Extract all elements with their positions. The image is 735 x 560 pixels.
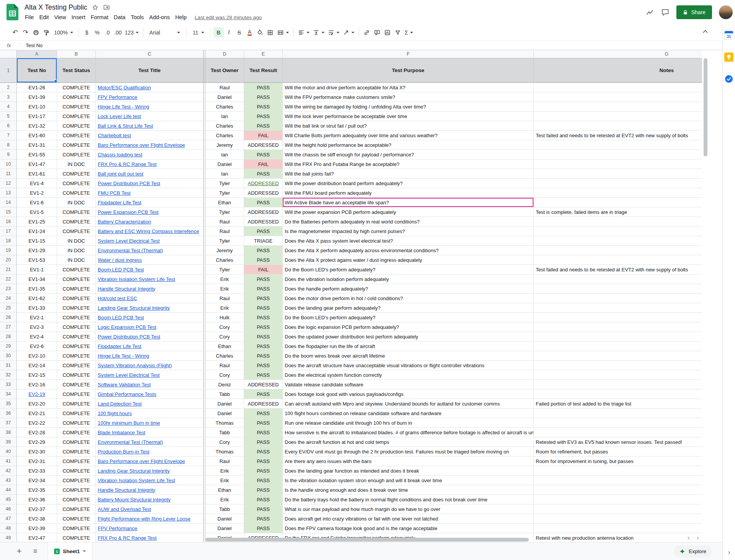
cell-B48[interactable]: COMPLETE xyxy=(57,524,96,533)
cell-F22[interactable]: Does the vibration isolation perform ade… xyxy=(283,274,534,284)
percent-button[interactable]: % xyxy=(92,27,102,38)
expand-side-panel-icon[interactable]: › xyxy=(723,549,735,556)
cell-C24[interactable]: Hot/cold test ESC xyxy=(96,294,203,303)
cell-E7[interactable]: FAIL xyxy=(244,131,283,140)
cell-B9[interactable]: COMPLETE xyxy=(57,150,96,159)
cell-F15[interactable]: Will the power expansion PCB perform ade… xyxy=(283,207,534,217)
cell-C45[interactable]: Battery Mount Structural Integrity xyxy=(96,495,203,504)
cell-D40[interactable]: Thomas xyxy=(205,447,244,457)
row-header-42[interactable]: 42 xyxy=(0,466,17,476)
cell-C6[interactable]: Ball Link & Strut Life Test xyxy=(96,121,203,131)
horizontal-align-button[interactable] xyxy=(296,27,311,38)
font-size-select[interactable]: 11 xyxy=(189,27,208,38)
cell-A15[interactable]: EV1-5 xyxy=(17,207,57,217)
row-header-40[interactable]: 40 xyxy=(0,447,17,457)
strikethrough-button[interactable]: S xyxy=(234,27,244,38)
cell-G30[interactable] xyxy=(534,351,702,361)
cell-C41[interactable]: Baro Performance over Flight Envelope xyxy=(96,457,203,466)
cell-E3[interactable]: PASS xyxy=(244,92,283,102)
cell-B1[interactable]: Test Status xyxy=(57,58,96,83)
cell-G11[interactable] xyxy=(534,169,702,179)
cell-G31[interactable] xyxy=(534,361,702,370)
cell-D10[interactable]: Daniel xyxy=(205,159,244,169)
row-header-44[interactable]: 44 xyxy=(0,485,17,495)
document-title[interactable]: Alta X Testing Public xyxy=(25,3,87,11)
cell-A12[interactable]: EV1-4 xyxy=(17,179,57,188)
borders-button[interactable] xyxy=(265,27,276,38)
row-header-37[interactable]: 37 xyxy=(0,418,17,428)
cell-A8[interactable]: EV1-31 xyxy=(17,140,57,150)
cell-A13[interactable]: EV1-2 xyxy=(17,188,57,198)
cell-C38[interactable]: Blade Imbalance Test xyxy=(96,428,203,437)
column-header-G[interactable]: G xyxy=(534,50,702,58)
print-button[interactable] xyxy=(31,27,41,38)
cell-D1[interactable]: Test Owner xyxy=(205,58,244,83)
cell-F12[interactable]: Will the power distribution board perfor… xyxy=(283,179,534,188)
cell-E9[interactable]: PASS xyxy=(244,150,283,159)
cell-D2[interactable]: Raul xyxy=(205,83,244,92)
cell-D20[interactable]: Charles xyxy=(205,255,244,265)
paint-format-button[interactable] xyxy=(41,27,51,38)
cell-C42[interactable]: Landing Gear Structural Integrity xyxy=(96,466,203,476)
cell-G48[interactable] xyxy=(534,524,702,533)
cell-B14[interactable]: IN DOC xyxy=(57,198,96,207)
row-header-5[interactable]: 5 xyxy=(0,112,17,121)
move-folder-icon[interactable] xyxy=(103,4,110,11)
cell-A9[interactable]: EV1-55 xyxy=(17,150,57,159)
cell-G37[interactable] xyxy=(534,418,702,428)
cell-D21[interactable]: Tyler xyxy=(205,265,244,274)
cell-C12[interactable]: Power Distribution PCB Test xyxy=(96,179,203,188)
cell-E42[interactable]: PASS xyxy=(244,466,283,476)
cell-F23[interactable]: Does the handle perform adequately? xyxy=(283,284,534,294)
cell-A39[interactable]: EV2-29 xyxy=(17,437,57,447)
cell-C4[interactable]: Hinge Life Test - Wiring xyxy=(96,102,203,112)
cell-E20[interactable]: PASS xyxy=(244,255,283,265)
cell-D5[interactable]: Ian xyxy=(205,112,244,121)
cell-E22[interactable]: PASS xyxy=(244,274,283,284)
cell-D41[interactable]: Raul xyxy=(205,457,244,466)
cell-G7[interactable]: Test failed and needs to be retested at … xyxy=(534,131,702,140)
decrease-decimal-button[interactable]: .0 xyxy=(102,27,113,38)
cell-C28[interactable]: Power Distribution PCB Test xyxy=(96,332,203,342)
row-header-3[interactable]: 3 xyxy=(0,92,17,102)
cell-B44[interactable]: COMPLETE xyxy=(57,485,96,495)
cell-D47[interactable]: Daniel xyxy=(205,514,244,524)
cell-D8[interactable]: Jeremy xyxy=(205,140,244,150)
cell-D45[interactable]: Erik xyxy=(205,495,244,504)
cell-G27[interactable] xyxy=(534,322,702,332)
cell-F36[interactable]: 100 flight hours combined on release can… xyxy=(283,409,534,418)
cell-B21[interactable]: COMPLETE xyxy=(57,265,96,274)
cell-A47[interactable]: EV2-38 xyxy=(17,514,57,524)
cell-F45[interactable]: Do the battery trays hold the battery in… xyxy=(283,495,534,504)
cell-G45[interactable] xyxy=(534,495,702,504)
redo-button[interactable]: ↷ xyxy=(20,27,31,38)
cell-C26[interactable]: Boom LED PCB Test xyxy=(96,313,203,322)
cell-E2[interactable]: PASS xyxy=(244,83,283,92)
cell-A24[interactable]: EV1-62 xyxy=(17,294,57,303)
cell-G36[interactable] xyxy=(534,409,702,418)
cell-A34[interactable]: EV2-19 xyxy=(17,389,57,399)
cell-G15[interactable]: Test is complete, failed items are in tr… xyxy=(534,207,702,217)
italic-button[interactable]: I xyxy=(224,27,234,38)
cell-C11[interactable]: Ball joint pull out test xyxy=(96,169,203,179)
cell-C9[interactable]: Chassis loading test xyxy=(96,150,203,159)
cell-B22[interactable]: COMPLETE xyxy=(57,274,96,284)
cell-G16[interactable] xyxy=(534,217,702,227)
cell-A43[interactable]: EV2-34 xyxy=(17,476,57,485)
cell-D16[interactable]: Raul xyxy=(205,217,244,227)
all-sheets-button[interactable]: ≡ xyxy=(30,546,41,557)
column-header-C[interactable]: C xyxy=(96,50,203,58)
cell-G18[interactable] xyxy=(534,236,702,246)
scroll-left-icon[interactable]: ‹ xyxy=(685,534,692,541)
cell-B4[interactable]: COMPLETE xyxy=(57,102,96,112)
cell-A38[interactable]: EV2-28 xyxy=(17,428,57,437)
insert-chart-button[interactable] xyxy=(382,27,393,38)
cell-E41[interactable]: PASS xyxy=(244,457,283,466)
cell-F7[interactable]: Will Charlie Bolts perform adequately ov… xyxy=(283,131,534,140)
column-header-F[interactable]: F xyxy=(283,50,534,58)
cell-B37[interactable]: COMPLETE xyxy=(57,418,96,428)
cell-A42[interactable]: EV2-33 xyxy=(17,466,57,476)
cell-F39[interactable]: Does the aircraft function at hot and co… xyxy=(283,437,534,447)
cell-E40[interactable]: PASS xyxy=(244,447,283,457)
cell-B20[interactable]: IN DOC xyxy=(57,255,96,265)
